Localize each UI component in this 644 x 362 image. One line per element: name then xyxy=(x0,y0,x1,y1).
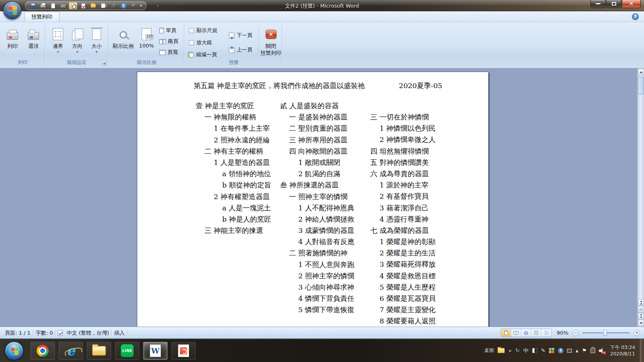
ime-window-icon[interactable] xyxy=(567,349,572,353)
save-icon[interactable] xyxy=(29,2,37,9)
chevron-down-icon: ▾ xyxy=(76,51,78,53)
language-sync-icon[interactable]: ↻ xyxy=(515,348,520,353)
redo-icon[interactable]: ↶ xyxy=(129,2,138,9)
shrink-one-page-button[interactable]: 縮減一頁 xyxy=(188,51,217,58)
show-ruler-label: 顯示尺規 xyxy=(196,27,217,34)
print-options-button[interactable]: 選項 xyxy=(23,25,44,50)
spellcheck-status-icon[interactable] xyxy=(58,330,63,336)
open-icon[interactable] xyxy=(89,2,97,9)
taskbar-clock[interactable]: 下午 03:24 2020/8/11 xyxy=(610,344,635,357)
folder-icon[interactable] xyxy=(497,348,505,353)
zoom-out-button[interactable]: − xyxy=(572,330,579,336)
taskbar-powerpoint-button[interactable] xyxy=(171,342,196,360)
taskbar-explorer-button[interactable] xyxy=(87,342,111,360)
minimize-button[interactable] xyxy=(590,0,606,8)
show-ruler-checkbox[interactable]: 顯示尺規 xyxy=(189,27,217,34)
page-indicator[interactable]: 頁面: 1 / 1 xyxy=(0,329,33,337)
insert-mode-indicator[interactable]: 插入 xyxy=(112,329,127,337)
one-page-button[interactable]: 單頁 xyxy=(159,27,176,34)
ime-mode-icon[interactable] xyxy=(532,348,537,353)
outline-item: 2 照神永遠的經綸 xyxy=(196,134,271,146)
close-print-preview-button[interactable]: × 關閉 預覽列印 xyxy=(260,25,281,56)
quick-print-icon[interactable] xyxy=(39,2,47,9)
ribbon-help-button[interactable]: ? xyxy=(632,13,639,20)
close-button[interactable]: × xyxy=(622,0,641,8)
outline-item: 壹 神是主宰的窯匠 xyxy=(196,100,271,111)
browse-previous-page-button[interactable] xyxy=(638,299,644,306)
magnifier-checkbox[interactable]: 放大鏡 xyxy=(189,39,212,46)
pen-settings-icon[interactable]: ✎ xyxy=(541,348,545,353)
size-button[interactable]: 大小 ▾ xyxy=(86,25,107,53)
powerpoint-icon xyxy=(178,344,189,357)
outline-item: 5 榮耀是人生歷程 xyxy=(361,282,436,293)
zoom-slider-thumb[interactable] xyxy=(603,330,607,336)
ribbon-tab-row: 預覽列印 ? xyxy=(0,11,644,22)
zoom-100-button[interactable]: 100% xyxy=(136,25,157,49)
outline-item: 二 神有主宰的權柄 xyxy=(196,146,271,157)
margins-button[interactable]: 邊界 ▾ xyxy=(47,25,69,53)
email-icon[interactable] xyxy=(59,2,67,9)
print-layout-icon xyxy=(504,331,508,335)
start-button[interactable] xyxy=(5,341,23,360)
print-button[interactable]: 列印 xyxy=(2,25,23,50)
language-indicator[interactable]: 中文 (繁體，台灣) xyxy=(64,329,111,337)
volume-muted-icon[interactable]: × xyxy=(599,348,605,354)
vertical-scrollbar[interactable] xyxy=(637,68,644,327)
chevron-right-icon[interactable]: » xyxy=(508,348,512,354)
outline-item: 四 坦然無懼得憐憫 xyxy=(361,146,436,157)
desktop-toolbar-label[interactable]: 桌面 xyxy=(484,347,494,354)
edit-icon[interactable] xyxy=(99,2,107,9)
page-setup-dialog-launcher[interactable] xyxy=(101,60,107,66)
word-count[interactable]: 字數: 0 xyxy=(33,329,56,337)
zoom-slider[interactable] xyxy=(582,332,630,333)
undo-icon[interactable]: ↺ xyxy=(109,2,118,9)
zoom-100-label: 100% xyxy=(139,43,154,49)
outline-item: 2 照神主宰的憐憫 xyxy=(280,270,354,282)
scroll-down-button[interactable] xyxy=(638,320,644,326)
zoom-in-button[interactable]: + xyxy=(634,330,640,336)
next-page-button[interactable]: 下一頁 xyxy=(229,32,252,39)
full-screen-reading-view-button[interactable] xyxy=(511,329,521,337)
show-desktop-button[interactable] xyxy=(640,339,644,362)
customize-qat-icon[interactable]: ⌄ xyxy=(156,3,159,7)
tab-print-preview[interactable]: 預覽列印 xyxy=(24,12,60,22)
spelling-icon[interactable] xyxy=(79,2,87,9)
new-document-icon[interactable] xyxy=(49,2,57,9)
previous-page-button[interactable]: 上一頁 xyxy=(229,46,252,53)
help-icon[interactable]: ? xyxy=(119,2,128,9)
options-label: 選項 xyxy=(28,43,39,50)
outline-item: 1 源於神的主宰 xyxy=(361,179,436,191)
office-button[interactable] xyxy=(3,1,21,19)
select-browse-object-button[interactable] xyxy=(638,306,644,313)
maximize-button[interactable] xyxy=(606,0,621,8)
outline-view-button[interactable] xyxy=(531,329,541,337)
zoom-percent[interactable]: 90% xyxy=(557,330,568,336)
two-pages-button[interactable]: 兩頁 xyxy=(159,38,178,45)
taskbar-line-button[interactable]: LINE xyxy=(115,342,139,360)
system-tray: 桌面 » ↻ 中 ✎ ? ▲ ⚑ × 下午 03:24 2020/8/11 xyxy=(481,339,639,362)
page-width-button[interactable]: 頁寬 xyxy=(159,49,178,56)
chevron-down-icon[interactable]: ▾ xyxy=(140,4,142,8)
taskbar-word-button[interactable]: W xyxy=(143,342,167,360)
orientation-button[interactable]: 方向 ▾ xyxy=(66,25,88,53)
zoom-button[interactable]: 顯示比例 xyxy=(110,25,136,50)
ime-language-icon[interactable]: 中 xyxy=(523,348,528,353)
ime-help-icon[interactable]: ? xyxy=(558,348,564,354)
web-layout-view-button[interactable] xyxy=(521,329,531,337)
browse-next-page-button[interactable] xyxy=(638,313,644,319)
double-arrow-up-icon xyxy=(640,300,642,302)
ime-toolbar-icon[interactable] xyxy=(549,348,554,353)
print-preview-icon[interactable] xyxy=(69,2,77,9)
print-layout-view-button[interactable] xyxy=(501,329,511,337)
taskbar-chrome-button[interactable] xyxy=(31,342,55,360)
outline-item: 二 聖別貴重的器皿 xyxy=(280,123,354,134)
show-hidden-icons-button[interactable]: ▲ xyxy=(576,349,578,353)
scrollbar-thumb[interactable] xyxy=(638,77,644,95)
taskbar-ie-button[interactable]: e xyxy=(59,342,83,360)
draft-view-button[interactable] xyxy=(541,329,551,337)
power-plug-icon[interactable] xyxy=(590,348,595,353)
scroll-up-button[interactable] xyxy=(638,69,644,75)
action-center-flag-icon[interactable]: ⚑ xyxy=(582,348,587,353)
outline-item: 3 藉著潔淨自己 xyxy=(361,202,436,214)
office-logo-icon xyxy=(8,6,17,15)
